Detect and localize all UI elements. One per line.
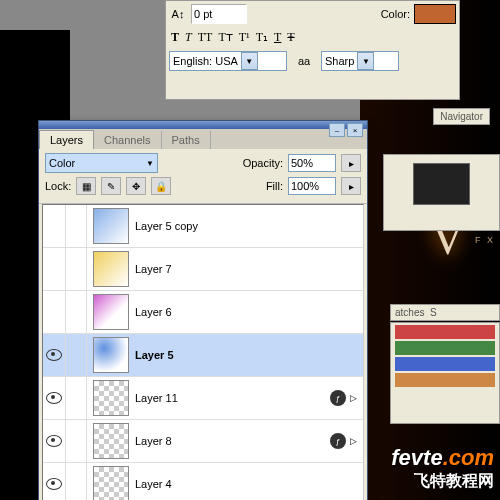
layer-row[interactable]: Layer 11ƒ▷: [43, 377, 363, 420]
layer-thumbnail[interactable]: [93, 466, 129, 500]
link-col[interactable]: [66, 377, 87, 419]
layer-name[interactable]: Layer 4: [135, 478, 363, 490]
layer-row[interactable]: Layer 5: [43, 334, 363, 377]
layer-row[interactable]: Layer 5 copy: [43, 205, 363, 248]
eye-icon: [46, 478, 62, 490]
visibility-toggle[interactable]: [43, 334, 66, 376]
lock-label: Lock:: [45, 180, 71, 192]
link-col[interactable]: [66, 205, 87, 247]
swatches-panel: [390, 322, 500, 424]
layer-name[interactable]: Layer 8: [135, 435, 330, 447]
superscript-btn[interactable]: T¹: [239, 30, 250, 45]
smallcaps-btn[interactable]: Tᴛ: [218, 30, 232, 45]
layer-row[interactable]: Layer 4: [43, 463, 363, 500]
layer-thumbnail[interactable]: [93, 337, 129, 373]
baseline-input[interactable]: [192, 8, 246, 20]
layer-thumbnail[interactable]: [93, 294, 129, 330]
chevron-down-icon: ▼: [357, 52, 374, 70]
lock-move-icon[interactable]: ✥: [126, 177, 146, 195]
swatch-red[interactable]: [395, 325, 495, 339]
antialiasing-combo[interactable]: Sharp▼: [321, 51, 399, 71]
swatch-green[interactable]: [395, 341, 495, 355]
link-col[interactable]: [66, 248, 87, 290]
opacity-label: Opacity:: [243, 157, 283, 169]
swatch-blue[interactable]: [395, 357, 495, 371]
fill-flyout[interactable]: ▸: [341, 177, 361, 195]
underline-btn[interactable]: T: [274, 30, 281, 45]
navigator-panel: [383, 154, 500, 231]
navigator-tab[interactable]: Navigator: [433, 108, 490, 125]
italic-btn[interactable]: T: [185, 30, 192, 45]
visibility-toggle[interactable]: [43, 291, 66, 333]
lock-transparency-icon[interactable]: ▦: [76, 177, 96, 195]
baseline-shift-icon: A↕: [169, 5, 187, 23]
layer-thumbnail[interactable]: [93, 208, 129, 244]
layer-name[interactable]: Layer 7: [135, 263, 363, 275]
character-panel: A↕ Color: T T TT Tᴛ T¹ T₁ T Ŧ English: U…: [165, 0, 460, 100]
visibility-toggle[interactable]: [43, 420, 66, 462]
subscript-btn[interactable]: T₁: [256, 30, 268, 45]
type-variant-row: T T TT Tᴛ T¹ T₁ T Ŧ: [169, 28, 456, 47]
chevron-right-icon[interactable]: ▷: [350, 436, 357, 446]
fx-badge-icon[interactable]: ƒ: [330, 390, 346, 406]
layer-row[interactable]: Layer 6: [43, 291, 363, 334]
layer-name[interactable]: Layer 6: [135, 306, 363, 318]
chevron-down-icon: ▼: [146, 159, 154, 168]
fill-input[interactable]: [288, 177, 336, 195]
swatches-tab[interactable]: atches S: [390, 304, 500, 321]
link-col[interactable]: [66, 420, 87, 462]
eye-icon: [46, 392, 62, 404]
tab-channels[interactable]: Channels: [94, 131, 161, 149]
opacity-input[interactable]: [288, 154, 336, 172]
minimize-icon[interactable]: –: [329, 123, 345, 137]
layer-name[interactable]: Layer 5: [135, 349, 363, 361]
layer-name[interactable]: Layer 11: [135, 392, 330, 404]
bold-btn[interactable]: T: [171, 30, 179, 45]
layers-list: Layer 5 copyLayer 7Layer 6Layer 5Layer 1…: [42, 204, 364, 500]
strike-btn[interactable]: Ŧ: [287, 30, 294, 45]
chevron-down-icon: ▼: [241, 52, 258, 70]
link-col[interactable]: [66, 291, 87, 333]
tab-paths[interactable]: Paths: [162, 131, 211, 149]
lock-paint-icon[interactable]: ✎: [101, 177, 121, 195]
visibility-toggle[interactable]: [43, 377, 66, 419]
blend-mode-combo[interactable]: Color▼: [45, 153, 158, 173]
watermark-logo: fevte.com 飞特教程网: [391, 445, 494, 492]
allcaps-btn[interactable]: TT: [198, 30, 213, 45]
layer-row[interactable]: Layer 7: [43, 248, 363, 291]
layer-thumbnail[interactable]: [93, 251, 129, 287]
layer-thumbnail[interactable]: [93, 380, 129, 416]
fill-label: Fill:: [266, 180, 283, 192]
layer-thumbnail[interactable]: [93, 423, 129, 459]
language-combo[interactable]: English: USA▼: [169, 51, 287, 71]
layer-row[interactable]: Layer 8ƒ▷: [43, 420, 363, 463]
lock-all-icon[interactable]: 🔒: [151, 177, 171, 195]
opacity-flyout[interactable]: ▸: [341, 154, 361, 172]
aa-icon: aa: [295, 52, 313, 70]
tab-layers[interactable]: Layers: [39, 130, 94, 149]
visibility-toggle[interactable]: [43, 463, 66, 500]
visibility-toggle[interactable]: [43, 205, 66, 247]
close-icon[interactable]: ×: [347, 123, 363, 137]
link-col[interactable]: [66, 463, 87, 500]
eye-icon: [46, 349, 62, 361]
layers-panel: – × Layers Channels Paths Color▼ Opacity…: [38, 120, 368, 500]
navigator-thumb[interactable]: [413, 163, 470, 205]
chevron-right-icon[interactable]: ▷: [350, 393, 357, 403]
layer-name[interactable]: Layer 5 copy: [135, 220, 363, 232]
link-col[interactable]: [66, 334, 87, 376]
color-swatch[interactable]: [414, 4, 456, 24]
fx-badge-icon[interactable]: ƒ: [330, 433, 346, 449]
panel-titlebar[interactable]: – ×: [39, 121, 367, 129]
swatch-orange[interactable]: [395, 373, 495, 387]
visibility-toggle[interactable]: [43, 248, 66, 290]
canvas-fx-text: F X: [475, 235, 495, 245]
color-label: Color:: [381, 8, 410, 20]
eye-icon: [46, 435, 62, 447]
